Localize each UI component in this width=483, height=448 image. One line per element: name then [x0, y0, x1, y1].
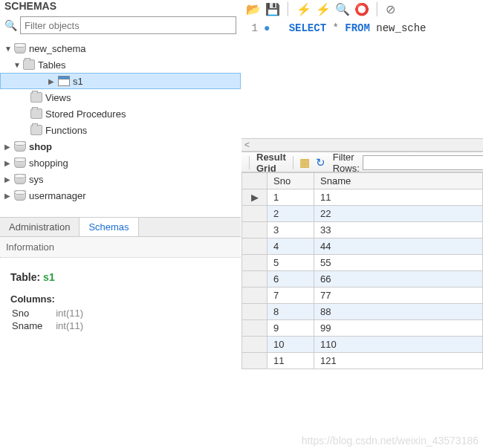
cell[interactable]: 2	[268, 206, 314, 222]
table-row[interactable]: 10110	[242, 337, 483, 353]
cell[interactable]: 88	[314, 304, 483, 320]
table-row[interactable]: 555	[242, 255, 483, 271]
cell[interactable]: 22	[314, 206, 483, 222]
sql-identifier: new_sche	[376, 22, 426, 34]
separator-icon: │	[285, 2, 292, 16]
schema-label: shop	[29, 141, 52, 152]
database-icon	[13, 157, 27, 169]
table-row[interactable]: 666	[242, 271, 483, 288]
cell[interactable]: 33	[314, 222, 483, 238]
folder-label: Views	[45, 92, 71, 103]
table-row[interactable]: 777	[242, 288, 483, 304]
row-marker[interactable]	[242, 255, 268, 271]
cell[interactable]: 99	[314, 320, 483, 337]
row-marker[interactable]	[242, 271, 268, 288]
watermark-text: https://blog.csdn.net/weixin_43573186	[302, 435, 479, 447]
cell[interactable]: 11	[268, 353, 314, 369]
table-label-text: Table:	[10, 271, 40, 283]
column-name: Sno	[12, 308, 47, 319]
tab-administration[interactable]: Administration	[0, 218, 79, 236]
schema-shopping[interactable]: ▶ shopping	[0, 155, 241, 171]
refresh-icon[interactable]: ↻	[316, 156, 325, 169]
row-marker[interactable]: ▶	[242, 189, 268, 206]
folder-functions[interactable]: Functions	[0, 122, 241, 138]
cell[interactable]: 44	[314, 238, 483, 255]
table-row[interactable]: 999	[242, 320, 483, 337]
cell[interactable]: 3	[268, 222, 314, 238]
execute-step-icon[interactable]: ⚡	[316, 2, 331, 16]
row-marker[interactable]	[242, 288, 268, 304]
chevron-down-icon[interactable]: ▼	[13, 61, 21, 69]
cell[interactable]: 5	[268, 255, 314, 271]
folder-views[interactable]: Views	[0, 89, 241, 105]
chevron-right-icon[interactable]: ▶	[4, 143, 12, 151]
chevron-right-icon[interactable]: ▶	[4, 159, 12, 167]
result-header[interactable]: Sname	[314, 173, 483, 189]
schema-label: shopping	[29, 158, 68, 169]
folder-tables[interactable]: ▼ Tables	[0, 56, 241, 73]
save-icon[interactable]: 💾	[265, 2, 280, 16]
table-row[interactable]: 444	[242, 238, 483, 255]
cell[interactable]: 11	[314, 189, 483, 206]
cell[interactable]: 10	[268, 337, 314, 353]
cell[interactable]: 121	[314, 353, 483, 369]
row-marker[interactable]	[242, 337, 268, 353]
grid-view-icon[interactable]: ▦	[299, 156, 310, 169]
execute-icon[interactable]: ⚡	[296, 2, 311, 16]
search-icon: 🔍	[4, 19, 17, 31]
table-row[interactable]: 222	[242, 206, 483, 222]
chevron-right-icon[interactable]: ▶	[48, 77, 56, 85]
limit-icon[interactable]: ⊘	[386, 2, 395, 16]
row-marker[interactable]	[242, 320, 268, 337]
row-marker[interactable]	[242, 304, 268, 320]
result-header-row: Sno Sname	[242, 173, 483, 189]
cell[interactable]: 66	[314, 271, 483, 288]
columns-label: Columns:	[10, 293, 230, 305]
chevron-right-icon[interactable]: ▶	[4, 192, 12, 200]
cell[interactable]: 77	[314, 288, 483, 304]
cell[interactable]: 55	[314, 255, 483, 271]
table-s1[interactable]: ▶ s1	[0, 73, 241, 89]
cell[interactable]: 8	[268, 304, 314, 320]
filter-rows-input[interactable]	[363, 155, 483, 170]
horizontal-scrollbar[interactable]: <	[242, 138, 483, 152]
chevron-right-icon[interactable]: ▶	[4, 175, 12, 184]
table-row[interactable]: 888	[242, 304, 483, 320]
sql-keyword: FROM	[345, 22, 370, 34]
stop-icon[interactable]: ⭕	[354, 2, 369, 16]
open-icon[interactable]: 📂	[246, 2, 261, 16]
cell[interactable]: 6	[268, 271, 314, 288]
cell[interactable]: 7	[268, 288, 314, 304]
cell[interactable]: 110	[314, 337, 483, 353]
dirty-dot-icon: ●	[264, 22, 270, 34]
schema-tree: ▼ new_schema ▼ Tables ▶ s1 Views Stored …	[0, 39, 241, 210]
folder-icon	[22, 59, 36, 71]
table-row[interactable]: 333	[242, 222, 483, 238]
row-marker[interactable]	[242, 222, 268, 238]
sql-editor[interactable]: 1● SELECT * FROM new_sche	[242, 19, 483, 138]
chevron-down-icon[interactable]: ▼	[4, 45, 12, 53]
folder-label: Tables	[38, 59, 66, 71]
columns-list: Sno int(11) Sname int(11)	[10, 306, 89, 333]
explain-icon[interactable]: 🔍	[335, 2, 350, 16]
result-grid-bar: Result Grid ▦ ↻ Filter Rows:	[242, 152, 483, 172]
row-marker[interactable]	[242, 238, 268, 255]
cell[interactable]: 1	[268, 189, 314, 206]
cell[interactable]: 4	[268, 238, 314, 255]
tab-schemas[interactable]: Schemas	[79, 217, 138, 236]
column-type: int(11)	[48, 308, 88, 319]
schema-new_schema[interactable]: ▼ new_schema	[0, 40, 241, 56]
schema-shop[interactable]: ▶ shop	[0, 138, 241, 155]
result-grid[interactable]: Sno Sname ▶11122233344455566677788899910…	[242, 172, 483, 369]
row-marker[interactable]	[242, 206, 268, 222]
panel-tabs: Administration Schemas	[0, 217, 241, 237]
table-row[interactable]: ▶111	[242, 189, 483, 206]
table-row[interactable]: 11121	[242, 353, 483, 369]
cell[interactable]: 9	[268, 320, 314, 337]
filter-objects-input[interactable]	[20, 16, 236, 34]
folder-stored-procedures[interactable]: Stored Procedures	[0, 105, 241, 122]
schema-usermanager[interactable]: ▶ usermanager	[0, 187, 241, 204]
schema-sys[interactable]: ▶ sys	[0, 171, 241, 187]
row-marker[interactable]	[242, 353, 268, 369]
result-header[interactable]: Sno	[268, 173, 314, 189]
